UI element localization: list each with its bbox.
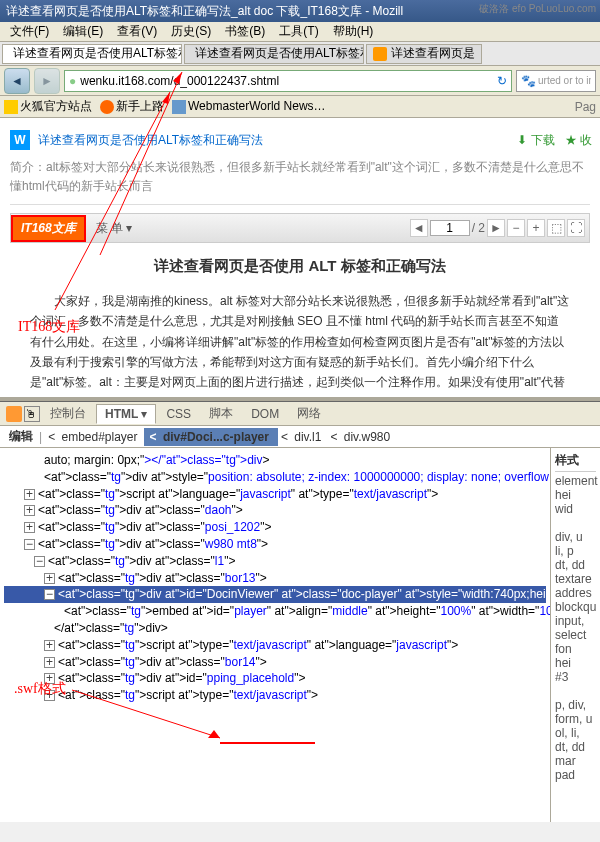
style-rule[interactable]: fon bbox=[555, 642, 596, 656]
menu-edit[interactable]: 编辑(E) bbox=[57, 21, 109, 42]
pager-badge: Pag bbox=[575, 100, 596, 114]
style-rule[interactable]: select bbox=[555, 628, 596, 642]
bookmark-item[interactable]: 新手上路 bbox=[100, 98, 164, 115]
style-rule[interactable]: dt, dd bbox=[555, 558, 596, 572]
style-rule[interactable]: ol, li, bbox=[555, 726, 596, 740]
dom-tree[interactable]: auto; margin: 0px;"></"at">class="tg">di… bbox=[0, 448, 550, 822]
style-rule[interactable]: form, u bbox=[555, 712, 596, 726]
prev-page-button[interactable]: ◄ bbox=[410, 219, 428, 237]
style-rule[interactable]: #3 bbox=[555, 670, 596, 684]
page-number-input[interactable] bbox=[430, 220, 470, 236]
tab-label: 详述查看网页是否使用ALT标签和正... bbox=[13, 45, 182, 62]
dom-node[interactable]: <at">class="tg">div at">style="position:… bbox=[4, 469, 546, 486]
style-rule[interactable]: textare bbox=[555, 572, 596, 586]
style-rule[interactable]: element bbox=[555, 474, 596, 488]
crumb-item-selected[interactable]: < div#Doci...c-player bbox=[144, 428, 278, 446]
site-identity-icon[interactable]: ● bbox=[69, 74, 76, 88]
firefox-icon bbox=[100, 100, 114, 114]
red-underline bbox=[220, 742, 315, 744]
dom-node[interactable]: +<at">class="tg">script at">type="text/j… bbox=[4, 637, 546, 654]
url-box[interactable]: ● ↻ bbox=[64, 70, 512, 92]
next-page-button[interactable]: ► bbox=[487, 219, 505, 237]
dom-node[interactable]: +<at">class="tg">div at">class="posi_120… bbox=[4, 519, 546, 536]
fullscreen-button[interactable]: ⛶ bbox=[567, 219, 585, 237]
tab-favicon bbox=[373, 47, 387, 61]
style-rule[interactable]: addres bbox=[555, 586, 596, 600]
window-title: 详述查看网页是否使用ALT标签和正确写法_alt doc 下载_IT168文库 … bbox=[6, 3, 403, 20]
globe-icon bbox=[172, 100, 186, 114]
style-rule[interactable] bbox=[555, 516, 596, 530]
it168-logo[interactable]: IT168文库 bbox=[11, 215, 86, 242]
back-button[interactable]: ◄ bbox=[4, 68, 30, 94]
doc-title: 详述查看网页是否使用 ALT 标签和正确写法 bbox=[30, 253, 570, 279]
devtab-html[interactable]: HTML ▾ bbox=[96, 404, 156, 424]
dom-node[interactable]: +<at">class="tg">div at">class="bor14"> bbox=[4, 654, 546, 671]
page-title: 详述查看网页是否使用ALT标签和正确写法 bbox=[38, 132, 263, 149]
style-rule[interactable]: blockqu bbox=[555, 600, 596, 614]
reload-icon[interactable]: ↻ bbox=[497, 74, 507, 88]
menu-help[interactable]: 帮助(H) bbox=[327, 21, 380, 42]
dom-node[interactable]: +<at">class="tg">script at">type="text/j… bbox=[4, 687, 546, 704]
style-rule[interactable]: hei bbox=[555, 656, 596, 670]
search-box[interactable]: 🐾 urted or to im bbox=[516, 70, 596, 92]
devtab-console[interactable]: 控制台 bbox=[42, 403, 94, 424]
menu-history[interactable]: 历史(S) bbox=[165, 21, 217, 42]
edit-button[interactable]: 编辑 bbox=[6, 428, 36, 445]
tab-1[interactable]: 详述查看网页是否使用ALT标签和正...× bbox=[2, 44, 182, 64]
bookmark-item[interactable]: 火狐官方站点 bbox=[4, 98, 92, 115]
dom-node[interactable]: auto; margin: 0px;"></"at">class="tg">di… bbox=[4, 452, 546, 469]
style-rule[interactable] bbox=[555, 684, 596, 698]
doc-menu-button[interactable]: 菜 单 ▾ bbox=[96, 220, 133, 237]
style-rule[interactable]: div, u bbox=[555, 530, 596, 544]
tab-3[interactable]: 详述查看网页是 bbox=[366, 44, 482, 64]
tab-2[interactable]: 详述查看网页是否使用ALT标签和正...× bbox=[184, 44, 364, 64]
fit-width-button[interactable]: ⬚ bbox=[547, 219, 565, 237]
menu-file[interactable]: 文件(F) bbox=[4, 21, 55, 42]
zoom-in-button[interactable]: + bbox=[527, 219, 545, 237]
devtab-net[interactable]: 网络 bbox=[289, 403, 329, 424]
style-rule[interactable]: input, bbox=[555, 614, 596, 628]
inspect-icon[interactable]: 🖱 bbox=[24, 406, 40, 422]
style-rule[interactable]: hei bbox=[555, 488, 596, 502]
dom-node[interactable]: </at">class="tg">div> bbox=[4, 620, 546, 637]
crumb-item[interactable]: < embed#player bbox=[45, 430, 143, 444]
crumb-item[interactable]: < div.l1 bbox=[278, 430, 327, 444]
tab-label: 详述查看网页是 bbox=[391, 45, 475, 62]
style-rule[interactable]: dt, dd bbox=[555, 740, 596, 754]
devtab-script[interactable]: 脚本 bbox=[201, 403, 241, 424]
devtab-dom[interactable]: DOM bbox=[243, 405, 287, 423]
dom-node[interactable]: −<at">class="tg">div at">class="w980 mt8… bbox=[4, 536, 546, 553]
forward-button[interactable]: ► bbox=[34, 68, 60, 94]
menu-tools[interactable]: 工具(T) bbox=[273, 21, 324, 42]
browser-tabs: 详述查看网页是否使用ALT标签和正...× 详述查看网页是否使用ALT标签和正.… bbox=[0, 42, 600, 66]
tab-label: 详述查看网页是否使用ALT标签和正... bbox=[195, 45, 364, 62]
style-rule[interactable]: wid bbox=[555, 502, 596, 516]
folder-icon bbox=[4, 100, 18, 114]
menu-view[interactable]: 查看(V) bbox=[111, 21, 163, 42]
style-rule[interactable]: pad bbox=[555, 768, 596, 782]
crumb-item[interactable]: < div.w980 bbox=[327, 430, 396, 444]
style-rule[interactable]: p, div, bbox=[555, 698, 596, 712]
style-rule[interactable]: mar bbox=[555, 754, 596, 768]
menu-bookmarks[interactable]: 书签(B) bbox=[219, 21, 271, 42]
dom-node[interactable]: +<at">class="tg">div at">class="bor13"> bbox=[4, 570, 546, 587]
dom-node[interactable]: +<at">class="tg">script at">language="ja… bbox=[4, 486, 546, 503]
styles-panel[interactable]: 样式 elementheiwid div, uli, pdt, ddtextar… bbox=[550, 448, 600, 822]
devtab-css[interactable]: CSS bbox=[158, 405, 199, 423]
style-rule[interactable]: li, p bbox=[555, 544, 596, 558]
firebug-icon[interactable] bbox=[6, 406, 22, 422]
devtools: 🖱 控制台 HTML ▾ CSS 脚本 DOM 网络 编辑 | < embed#… bbox=[0, 402, 600, 822]
zoom-out-button[interactable]: − bbox=[507, 219, 525, 237]
dom-node[interactable]: −<at">class="tg">div at">class="l1"> bbox=[4, 553, 546, 570]
devtools-tabs: 🖱 控制台 HTML ▾ CSS 脚本 DOM 网络 bbox=[0, 402, 600, 426]
url-input[interactable] bbox=[80, 74, 497, 88]
dom-node[interactable]: −<at">class="tg">div at">id="DocinViewer… bbox=[4, 586, 546, 603]
watermark: 破洛洛 efo PoLuoLuo.com bbox=[479, 2, 596, 16]
dom-node[interactable]: <at">class="tg">embed at">id="player" at… bbox=[4, 603, 546, 620]
bookmark-item[interactable]: WebmasterWorld News… bbox=[172, 99, 326, 114]
dom-node[interactable]: +<at">class="tg">div at">class="daoh"> bbox=[4, 502, 546, 519]
download-link[interactable]: ⬇ 下载 ★ 收 bbox=[517, 132, 592, 149]
dom-node[interactable]: +<at">class="tg">div at">id="pping_place… bbox=[4, 670, 546, 687]
paw-icon: 🐾 bbox=[521, 74, 536, 88]
page-total: / 2 bbox=[472, 219, 485, 237]
